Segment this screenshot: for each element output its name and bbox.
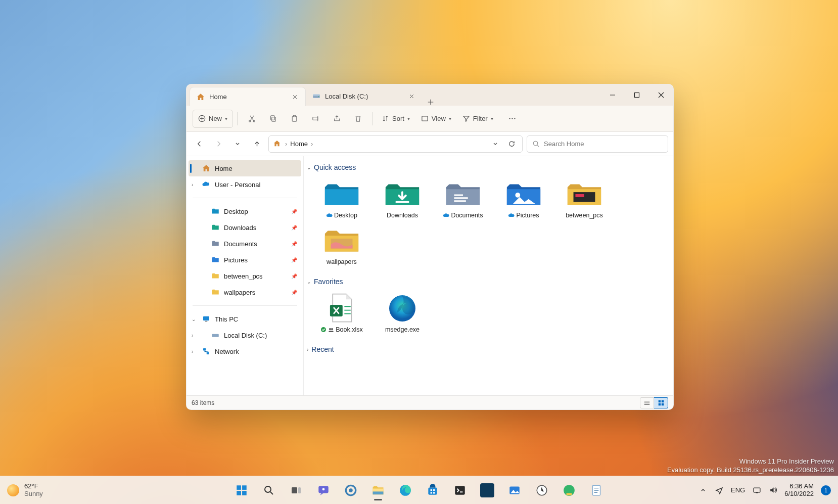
taskbar-app-edge[interactable] (394, 479, 417, 502)
clock-icon (535, 483, 549, 497)
back-button[interactable] (192, 136, 207, 152)
taskbar-app-clock[interactable] (530, 479, 553, 502)
folder-item-wallpapers[interactable]: wallpapers (315, 224, 368, 267)
sort-button[interactable]: Sort ▾ (377, 110, 415, 128)
clock-time: 6:36 AM (784, 483, 814, 490)
sidebar-item-local-disk[interactable]: › Local Disk (C:) (189, 327, 301, 343)
svg-point-45 (349, 488, 353, 492)
sidebar-item-this-pc[interactable]: ⌄ This PC (189, 311, 301, 327)
close-button[interactable] (649, 84, 673, 106)
delete-button[interactable] (348, 110, 368, 128)
taskbar-app-settings[interactable] (339, 479, 362, 502)
tab-home[interactable]: Home (190, 87, 306, 106)
sidebar-item-label: Documents (224, 240, 257, 248)
language-indicator[interactable]: ENG (731, 486, 745, 494)
sidebar-item-downloads[interactable]: Downloads 📌 (189, 219, 301, 236)
sidebar-item-wallpapers[interactable]: wallpapers 📌 (189, 284, 301, 300)
chevron-right-icon[interactable]: › (192, 333, 193, 338)
taskbar-clock[interactable]: 6:36 AM 6/10/2022 (784, 483, 814, 498)
sidebar-item-pictures[interactable]: Pictures 📌 (189, 252, 301, 268)
taskbar-app-explorer[interactable] (366, 479, 390, 502)
folder-item-documents[interactable]: Documents (436, 177, 490, 221)
forward-button[interactable] (211, 136, 226, 152)
svg-rect-47 (428, 487, 437, 494)
svg-rect-35 (237, 485, 241, 490)
file-item-msedge[interactable]: msedge.exe (376, 292, 429, 335)
filter-button[interactable]: Filter ▾ (457, 110, 498, 128)
svg-rect-52 (455, 486, 465, 494)
chevron-down-icon: ⌄ (307, 165, 311, 170)
chevron-down-icon: ▾ (225, 116, 227, 121)
breadcrumb-home[interactable]: › Home › (273, 140, 313, 149)
tab-local-disk[interactable]: Local Disk (C:) (306, 86, 422, 106)
notification-badge[interactable]: 1 (821, 485, 831, 495)
more-button[interactable] (502, 110, 523, 128)
taskbar-app-chat[interactable] (312, 479, 335, 502)
details-view-button[interactable] (640, 397, 654, 408)
search-button[interactable] (257, 479, 281, 502)
cut-button[interactable] (242, 110, 262, 128)
desktop-folder-icon (321, 179, 362, 209)
pin-icon: 📌 (291, 209, 297, 214)
task-view-button[interactable] (285, 479, 308, 502)
address-bar[interactable]: › Home › (268, 135, 523, 153)
taskbar-app-generic-1[interactable] (476, 479, 499, 502)
taskbar-app-terminal[interactable] (448, 479, 472, 502)
location-icon[interactable] (715, 486, 724, 495)
taskbar-app-notepad[interactable] (585, 479, 608, 502)
sidebar-item-between-pcs[interactable]: between_pcs 📌 (189, 268, 301, 284)
taskbar-app-edge-canary[interactable] (557, 479, 581, 502)
tab-close-button[interactable] (407, 91, 416, 101)
sidebar-item-desktop[interactable]: Desktop 📌 (189, 203, 301, 219)
share-button[interactable] (327, 110, 347, 128)
svg-rect-33 (658, 403, 660, 405)
store-icon (426, 483, 440, 497)
taskbar-weather[interactable]: 62°F Sunny (0, 483, 43, 498)
new-tab-button[interactable] (422, 99, 439, 106)
minimize-button[interactable] (600, 84, 625, 106)
svg-rect-37 (237, 491, 241, 495)
sync-check-icon (320, 327, 327, 333)
taskbar-app-store[interactable] (421, 479, 444, 502)
folder-item-between-pcs[interactable]: between_pcs (557, 177, 611, 221)
group-title: Recent (311, 345, 334, 353)
folder-item-pictures[interactable]: Pictures (497, 177, 550, 221)
network-icon[interactable] (752, 486, 761, 495)
folder-icon (211, 271, 220, 281)
tab-close-button[interactable] (290, 93, 299, 102)
rename-button[interactable] (305, 110, 325, 128)
svg-rect-7 (271, 117, 275, 122)
refresh-button[interactable] (505, 138, 518, 151)
new-button[interactable]: New ▾ (193, 110, 233, 128)
copy-button[interactable] (263, 110, 283, 128)
sidebar-item-network[interactable]: › Network (189, 343, 301, 359)
view-button[interactable]: View ▾ (416, 110, 456, 128)
volume-icon[interactable] (768, 486, 777, 495)
sidebar-item-user[interactable]: › User - Personal (189, 176, 301, 193)
taskbar-app-photos[interactable] (503, 479, 526, 502)
paste-button[interactable] (284, 110, 304, 128)
folder-item-downloads[interactable]: Downloads (376, 177, 429, 221)
sidebar-item-home[interactable]: Home (189, 160, 301, 176)
recent-locations-button[interactable] (230, 136, 245, 152)
search-box[interactable] (527, 135, 668, 153)
folder-item-desktop[interactable]: Desktop (315, 177, 368, 221)
tray-overflow-button[interactable] (699, 486, 708, 495)
chevron-right-icon[interactable]: › (192, 182, 193, 188)
group-header-favorites[interactable]: ⌄ Favorites (306, 274, 667, 289)
edge-canary-icon (562, 483, 576, 497)
svg-rect-51 (433, 492, 435, 493)
up-button[interactable] (249, 136, 264, 152)
start-button[interactable] (230, 479, 253, 502)
search-input[interactable] (544, 140, 663, 148)
sidebar-item-documents[interactable]: Documents 📌 (189, 236, 301, 252)
group-header-quick-access[interactable]: ⌄ Quick access (306, 160, 667, 174)
file-item-book-xlsx[interactable]: Book.xlsx (315, 292, 368, 335)
address-dropdown-button[interactable] (489, 138, 502, 151)
icons-view-button[interactable] (654, 397, 668, 408)
windows-watermark: Windows 11 Pro Insider Preview Evaluatio… (667, 457, 834, 475)
group-header-recent[interactable]: › Recent (306, 342, 667, 356)
maximize-button[interactable] (625, 84, 649, 106)
chevron-right-icon[interactable]: › (192, 349, 193, 354)
chevron-down-icon[interactable]: ⌄ (192, 316, 196, 322)
